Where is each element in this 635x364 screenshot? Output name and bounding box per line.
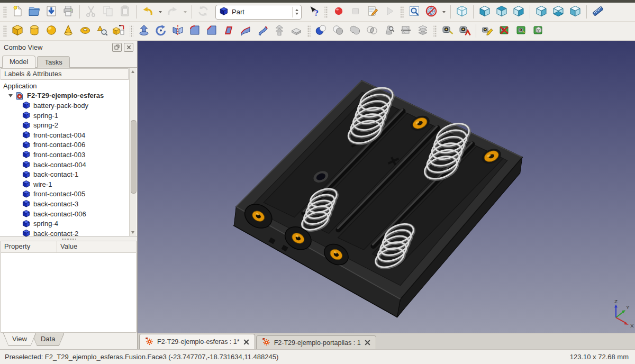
boolean-union-button[interactable] xyxy=(347,23,363,39)
document-tab-2[interactable]: F2-T29-ejemplo-portapilas : 1 xyxy=(256,335,376,349)
3d-viewport[interactable]: ZYX xyxy=(138,41,635,333)
ruled-surface-button[interactable] xyxy=(238,23,253,39)
value-column-header[interactable]: Value xyxy=(57,241,136,252)
bottom-tab-label: View xyxy=(4,333,35,345)
tab-model[interactable]: Model xyxy=(2,56,35,68)
chamfer-button[interactable] xyxy=(204,23,220,39)
tree-item-front-contact-005[interactable]: front-contact-005 xyxy=(3,189,137,199)
property-column-header[interactable]: Property xyxy=(1,241,57,252)
panel-splitter[interactable] xyxy=(0,237,137,241)
close-panel-button[interactable] xyxy=(124,43,133,52)
view-rear-button[interactable] xyxy=(533,4,549,20)
tree-item-front-contact-003[interactable]: front-contact-003 xyxy=(3,150,137,160)
tree-item-battery-pack-body[interactable]: battery-pack-body xyxy=(3,101,137,111)
expand-caret-icon[interactable] xyxy=(8,94,13,97)
macro-record-button[interactable] xyxy=(331,4,347,20)
undo-dropdown-button[interactable] xyxy=(157,4,164,20)
view-top-button[interactable] xyxy=(494,4,510,20)
tree-item-back-contact-2[interactable]: back-contact-2 xyxy=(3,229,137,236)
save-document-button[interactable] xyxy=(43,4,59,20)
offset-button[interactable] xyxy=(288,23,304,39)
draw-style-dropdown-button[interactable] xyxy=(440,4,447,20)
close-tab-icon[interactable] xyxy=(365,340,370,345)
tab-tasks[interactable]: Tasks xyxy=(37,56,69,68)
workbench-selector[interactable]: Part xyxy=(215,5,302,20)
float-panel-button[interactable] xyxy=(112,43,122,52)
whats-this-button[interactable]: ? xyxy=(306,4,322,20)
draw-style-button[interactable] xyxy=(423,4,439,20)
check-geometry-button[interactable] xyxy=(381,23,397,39)
cross-section-button[interactable] xyxy=(398,23,414,39)
tree-item-front-contact-006[interactable]: front-contact-006 xyxy=(3,140,137,150)
mirror-button[interactable] xyxy=(170,23,186,39)
view-bottom-button[interactable] xyxy=(550,4,566,20)
new-document-button[interactable] xyxy=(10,4,25,20)
tree-item-front-contact-004[interactable]: front-contact-004 xyxy=(3,130,137,140)
tree-item-back-contact-3[interactable]: back-contact-3 xyxy=(3,199,137,209)
toolbar-handle[interactable] xyxy=(3,6,7,19)
extrude-button[interactable] xyxy=(136,23,152,39)
measure-refresh-button[interactable] xyxy=(479,23,495,39)
print-document-button[interactable] xyxy=(60,4,76,20)
revolve-button[interactable] xyxy=(153,23,169,39)
document-tab-1[interactable]: F2-T29-ejemplo-esferas : 1* xyxy=(139,334,255,349)
toolbar-handle[interactable] xyxy=(130,25,133,38)
primitive-cylinder-button[interactable] xyxy=(26,23,42,39)
tree-item-back-contact-004[interactable]: back-contact-004 xyxy=(3,160,137,170)
macro-edit-button[interactable] xyxy=(365,4,380,20)
loft-button[interactable] xyxy=(255,23,270,39)
tree-scrollbar[interactable] xyxy=(129,68,137,236)
toolbar-handle[interactable] xyxy=(400,6,404,19)
measure-toggle-3d-button[interactable] xyxy=(530,23,546,39)
primitives-dialog-button[interactable] xyxy=(94,23,110,39)
tree-item-spring-1[interactable]: spring-1 xyxy=(3,111,137,121)
labels-attributes-header[interactable]: Labels & Attributes xyxy=(1,68,129,80)
tree-item-back-contact-006[interactable]: back-contact-006 xyxy=(3,209,137,219)
bottom-tab-view[interactable]: View xyxy=(3,333,36,346)
bottom-tab-data[interactable]: Data xyxy=(32,333,64,346)
open-document-button[interactable] xyxy=(26,4,42,20)
scroll-up-icon[interactable] xyxy=(131,70,134,73)
toolbar-handle[interactable] xyxy=(433,25,437,38)
tree-item-spring-2[interactable]: spring-2 xyxy=(3,120,137,130)
toolbar-handle[interactable] xyxy=(324,6,328,19)
toolbar-handle[interactable] xyxy=(307,25,311,38)
tree-item-wire-1[interactable]: wire-1 xyxy=(3,179,137,189)
boolean-cut-button[interactable] xyxy=(330,23,346,39)
sweep-button[interactable] xyxy=(271,23,287,39)
view-axonometric-button[interactable] xyxy=(454,4,470,20)
scroll-down-icon[interactable] xyxy=(131,231,134,234)
primitive-box-button[interactable] xyxy=(10,23,25,39)
tree-item-spring-4[interactable]: spring-4 xyxy=(3,219,137,229)
fillet-button[interactable] xyxy=(187,23,203,39)
cross-sections-button[interactable] xyxy=(415,23,431,39)
part-cube-icon xyxy=(22,210,31,218)
tree-item-document[interactable]: F2-T29-ejemplo-esferas xyxy=(3,91,137,101)
tree-root-application[interactable]: Application xyxy=(3,81,137,91)
primitive-torus-button[interactable] xyxy=(77,23,93,39)
combo-spinner[interactable] xyxy=(292,7,298,17)
scrollbar-thumb[interactable] xyxy=(131,120,137,193)
shape-builder-icon xyxy=(113,24,125,38)
primitive-sphere-button[interactable] xyxy=(43,23,59,39)
measure-toggle-all-button[interactable] xyxy=(513,23,529,39)
measure-linear-button[interactable] xyxy=(440,23,456,39)
boolean-button[interactable] xyxy=(313,23,329,39)
primitive-cone-button[interactable] xyxy=(60,23,76,39)
redo-dropdown-button[interactable] xyxy=(182,4,188,20)
shape-builder-button[interactable] xyxy=(111,23,127,39)
make-face-button[interactable] xyxy=(221,23,237,39)
close-tab-icon[interactable] xyxy=(243,339,249,345)
measure-clear-all-button[interactable] xyxy=(496,23,512,39)
measure-distance-button[interactable] xyxy=(590,4,606,20)
view-front-button[interactable] xyxy=(477,4,493,20)
toolbar-handle[interactable] xyxy=(3,25,7,38)
boolean-intersection-button[interactable] xyxy=(364,23,380,39)
measure-angular-button[interactable] xyxy=(457,23,473,39)
fit-all-button[interactable] xyxy=(406,4,422,20)
tree-item-back-contact-1[interactable]: back-contact-1 xyxy=(3,169,137,179)
undo-button[interactable] xyxy=(140,4,156,20)
view-right-button[interactable] xyxy=(511,4,527,20)
view-left-button[interactable] xyxy=(567,4,583,20)
extrude-icon xyxy=(138,24,150,38)
